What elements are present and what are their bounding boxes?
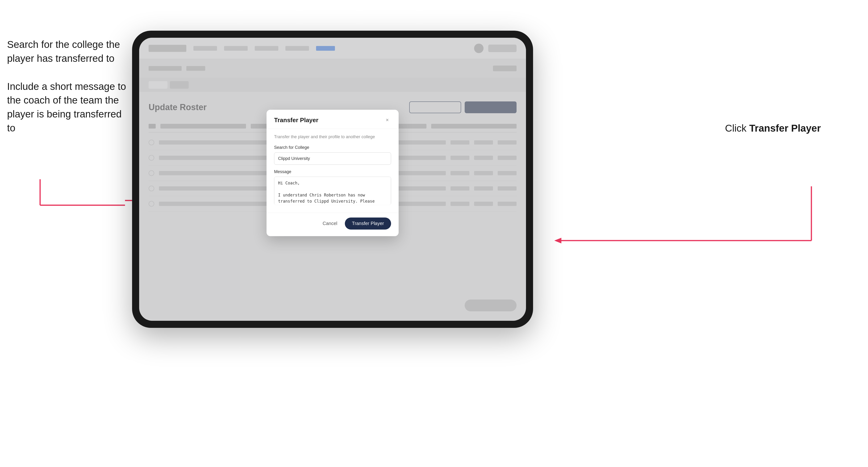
- annotation-message-text: Include a short message to the coach of …: [7, 80, 130, 135]
- annotation-search-text: Search for the college the player has tr…: [7, 38, 130, 66]
- modal-footer: Cancel Transfer Player: [267, 213, 399, 236]
- svg-marker-6: [554, 238, 561, 243]
- modal-header: Transfer Player ×: [267, 110, 399, 129]
- modal-subtitle: Transfer the player and their profile to…: [274, 134, 391, 139]
- tablet-screen: Update Roster: [139, 38, 526, 321]
- transfer-player-button[interactable]: Transfer Player: [345, 217, 391, 229]
- search-college-input[interactable]: [274, 152, 391, 165]
- cancel-button[interactable]: Cancel: [319, 218, 341, 228]
- search-college-label: Search for College: [274, 145, 391, 150]
- annotation-right: Click Transfer Player: [725, 123, 821, 134]
- annotation-left: Search for the college the player has tr…: [7, 38, 130, 149]
- modal-body: Transfer the player and their profile to…: [267, 129, 399, 213]
- message-label: Message: [274, 169, 391, 174]
- tablet-device: Update Roster: [132, 31, 533, 328]
- annotation-click-text: Click: [725, 123, 749, 134]
- modal-overlay: Transfer Player × Transfer the player an…: [139, 38, 526, 321]
- message-textarea[interactable]: Hi Coach, I understand Chris Robertson h…: [274, 177, 391, 205]
- close-icon: ×: [386, 117, 389, 123]
- modal-close-button[interactable]: ×: [383, 116, 391, 124]
- modal-title: Transfer Player: [274, 117, 318, 124]
- transfer-player-modal: Transfer Player × Transfer the player an…: [267, 110, 399, 236]
- annotation-transfer-bold: Transfer Player: [749, 123, 821, 134]
